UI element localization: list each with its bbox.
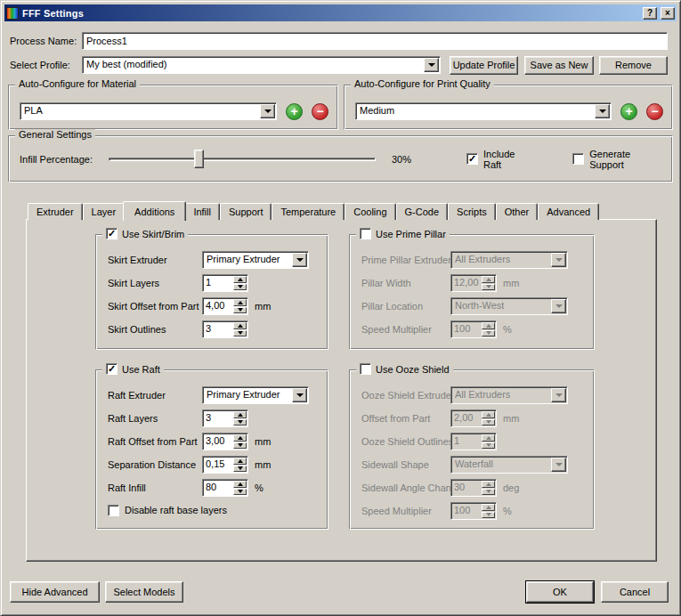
auto-configure-quality-group: Auto-Configure for Print Quality Medium … <box>344 85 673 130</box>
raft-infill-label: Raft Infill <box>108 482 202 493</box>
titlebar[interactable]: FFF Settings ? × <box>4 4 677 21</box>
checkbox-icon <box>572 153 584 165</box>
spin-down-button[interactable] <box>233 284 247 291</box>
setting-row: Raft Extruder Primary Extruder <box>108 384 320 407</box>
generate-support-checkbox[interactable]: Generate Support <box>572 149 663 170</box>
use-ooze-shield-group: Use Ooze Shield Ooze Shield Extruder All… <box>349 369 595 530</box>
add-quality-button[interactable]: + <box>620 103 637 120</box>
spin-up-button[interactable] <box>233 299 247 306</box>
spin-up-button[interactable] <box>233 276 247 283</box>
help-button[interactable]: ? <box>643 7 657 20</box>
chevron-down-icon[interactable] <box>260 104 275 118</box>
raft-extruder-dropdown[interactable]: Primary Extruder <box>202 386 309 404</box>
select-profile-dropdown[interactable]: My best (modified) <box>82 56 441 74</box>
quality-dropdown[interactable]: Medium <box>355 102 612 120</box>
infill-percentage-slider[interactable] <box>109 150 376 169</box>
setting-row: Speed Multiplier 100 % <box>361 318 587 341</box>
spin-up-button[interactable] <box>233 481 247 488</box>
remove-material-button[interactable]: − <box>312 103 328 120</box>
tab-cooling[interactable]: Cooling <box>345 203 395 220</box>
spin-down-button <box>482 442 495 450</box>
use-prime-pillar-checkbox[interactable]: Use Prime Pillar <box>356 228 450 239</box>
tab-additions[interactable]: Additions <box>123 201 186 221</box>
ooze-offset-spinner: 2,00 <box>450 409 497 427</box>
spin-down-button[interactable] <box>233 307 247 314</box>
ok-button[interactable]: OK <box>526 581 594 603</box>
tab-advanced[interactable]: Advanced <box>538 203 599 220</box>
include-raft-checkbox[interactable]: Include Raft <box>466 149 532 170</box>
slider-track[interactable] <box>109 158 376 161</box>
tab-infill[interactable]: Infill <box>184 203 220 220</box>
hide-advanced-button[interactable]: Hide Advanced <box>10 581 100 603</box>
use-ooze-shield-checkbox[interactable]: Use Ooze Shield <box>356 363 453 375</box>
skirt-offset-spinner[interactable]: 4,00 <box>202 297 248 315</box>
tab-other[interactable]: Other <box>496 203 539 220</box>
spin-up-button[interactable] <box>233 434 247 442</box>
chevron-down-icon[interactable] <box>292 388 307 402</box>
spin-down-button[interactable] <box>233 489 247 496</box>
use-skirt-brim-checkbox[interactable]: Use Skirt/Brim <box>102 228 188 239</box>
spin-down-button[interactable] <box>233 419 247 426</box>
spin-up-button[interactable] <box>233 411 247 418</box>
spinner-value: 30 <box>451 480 481 496</box>
spin-down-button[interactable] <box>233 330 247 337</box>
setting-row: Offset from Part 2,00 mm <box>361 407 587 430</box>
raft-infill-spinner[interactable]: 80 <box>202 479 248 497</box>
chevron-down-icon[interactable] <box>595 104 610 118</box>
skirt-layers-spinner[interactable]: 1 <box>202 274 248 292</box>
raft-offset-label: Raft Offset from Part <box>108 436 202 447</box>
skirt-outlines-spinner[interactable]: 3 <box>202 320 248 338</box>
spin-down-button <box>482 512 495 519</box>
remove-quality-button[interactable]: − <box>646 103 663 120</box>
cancel-button[interactable]: Cancel <box>601 581 669 603</box>
tab-temperature[interactable]: Temperature <box>272 203 345 220</box>
select-models-button[interactable]: Select Models <box>105 581 183 603</box>
spin-down-button <box>482 284 495 291</box>
process-name-input[interactable] <box>82 32 668 50</box>
ooze-outlines-label: Ooze Shield Outlines <box>361 436 450 447</box>
close-button[interactable]: × <box>661 7 675 20</box>
prime-speed-multiplier-spinner: 100 <box>450 320 497 338</box>
tab-support[interactable]: Support <box>220 203 272 220</box>
use-raft-checkbox[interactable]: Use Raft <box>102 363 164 375</box>
skirt-outlines-label: Skirt Outlines <box>108 324 202 335</box>
combo-value: All Extruders <box>451 387 550 403</box>
skirt-extruder-label: Skirt Extruder <box>108 255 202 265</box>
separation-distance-spinner[interactable]: 0,15 <box>202 456 248 474</box>
spin-up-button <box>482 481 495 488</box>
chevron-down-icon[interactable] <box>424 58 439 72</box>
material-dropdown[interactable]: PLA <box>20 102 277 120</box>
spin-down-button <box>482 419 495 426</box>
save-as-new-button[interactable]: Save as New <box>524 56 594 75</box>
prime-pillar-extruder-dropdown: All Extruders <box>450 251 568 269</box>
unit-label: mm <box>503 278 519 288</box>
setting-row: Prime Pillar Extruder All Extruders <box>361 248 587 272</box>
tab-scripts[interactable]: Scripts <box>448 203 496 220</box>
spinner-value: 3,00 <box>203 434 232 450</box>
unit-label: deg <box>503 482 519 493</box>
add-material-button[interactable]: + <box>286 103 303 120</box>
spin-down-button[interactable] <box>233 442 247 450</box>
disable-raft-base-layers-checkbox[interactable]: Disable raft base layers <box>108 505 227 516</box>
chevron-down-icon[interactable] <box>292 253 307 267</box>
include-raft-label: Include Raft <box>483 149 532 170</box>
update-profile-button[interactable]: Update Profile <box>450 56 518 75</box>
tab-gcode[interactable]: G-Code <box>396 203 449 220</box>
unit-label: mm <box>503 413 519 424</box>
spinner-value: 4,00 <box>203 298 232 314</box>
skirt-offset-label: Skirt Offset from Part <box>108 301 202 312</box>
checkbox-icon <box>360 228 371 239</box>
raft-layers-spinner[interactable]: 3 <box>202 409 248 427</box>
tab-extruder[interactable]: Extruder <box>28 203 83 220</box>
spin-down-button[interactable] <box>233 466 247 473</box>
spinner-value: 3 <box>203 410 232 426</box>
remove-profile-button[interactable]: Remove <box>599 56 668 75</box>
unit-label: mm <box>255 459 271 470</box>
raft-offset-spinner[interactable]: 3,00 <box>202 433 248 450</box>
slider-thumb[interactable] <box>194 150 204 168</box>
spin-up-button[interactable] <box>233 458 247 465</box>
quality-group-title: Auto-Configure for Print Quality <box>354 78 490 89</box>
spin-up-button[interactable] <box>233 322 247 329</box>
skirt-extruder-dropdown[interactable]: Primary Extruder <box>202 251 309 269</box>
tab-layer[interactable]: Layer <box>83 203 126 220</box>
